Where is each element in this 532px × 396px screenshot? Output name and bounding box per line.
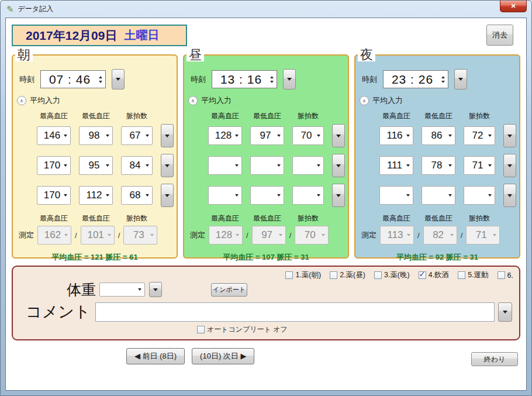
dia-combo[interactable]: 95	[79, 156, 113, 175]
row-dropdown-button[interactable]	[503, 184, 516, 207]
spin-down-icon[interactable]	[270, 81, 274, 83]
weight-dropdown-button[interactable]	[149, 282, 162, 297]
sys-combo[interactable]: 111	[379, 156, 413, 175]
time-input[interactable]: 07 : 46	[40, 70, 106, 88]
sys-combo[interactable]: 170	[37, 186, 71, 205]
sys-combo[interactable]	[208, 186, 242, 205]
sys-combo[interactable]: 116	[379, 126, 413, 145]
time-input[interactable]: 13 : 16	[212, 70, 277, 88]
spin-up-icon[interactable]	[270, 76, 274, 78]
prev-day-button[interactable]: ◀ 前日 (8日)	[126, 348, 185, 364]
dia-combo[interactable]	[250, 156, 284, 175]
dia-combo[interactable]: 86	[422, 126, 455, 145]
checkbox-med-morning[interactable]: ✓ 1.薬(朝)	[285, 270, 321, 280]
checkbox-box[interactable]: ✓	[330, 271, 337, 279]
sys-combo[interactable]: 170	[37, 156, 71, 175]
chevron-down-icon	[317, 135, 320, 137]
time-spinner[interactable]	[440, 76, 446, 83]
dia-combo[interactable]: 98	[79, 126, 113, 145]
checkbox-box[interactable]: ✓	[458, 271, 465, 279]
row-dropdown-button[interactable]	[503, 124, 516, 147]
comment-input[interactable]	[95, 302, 495, 322]
col-pulse-label: 脈拍数	[464, 214, 495, 223]
checkbox-box[interactable]: ✓	[197, 326, 205, 333]
time-input[interactable]: 23 : 26	[383, 70, 448, 88]
mean-bp-summary: 平均血圧 = 107 脈圧 = 31	[188, 252, 344, 263]
sys-combo[interactable]: 128	[208, 126, 242, 145]
chevron-down-icon	[108, 234, 111, 236]
close-button[interactable]: ✕	[500, 1, 527, 12]
pulse-combo[interactable]: 68	[121, 186, 153, 205]
pulse-combo[interactable]	[292, 156, 324, 175]
sys-combo[interactable]	[208, 156, 242, 175]
time-spinner[interactable]	[268, 76, 275, 83]
dia-combo[interactable]: 97	[250, 126, 284, 145]
checkbox-6[interactable]: ✓ 6.	[498, 271, 513, 280]
panel-morning-title: 朝	[15, 48, 33, 61]
checkbox-med-noon[interactable]: ✓ 2.薬(昼)	[330, 270, 365, 280]
row-dropdown-button[interactable]	[161, 184, 174, 207]
chevron-down-icon	[488, 164, 492, 167]
checkbox-box[interactable]: ✓	[374, 271, 382, 279]
next-day-button[interactable]: (10日) 次日 ▶	[192, 348, 254, 364]
chevron-down-icon	[106, 164, 109, 167]
pulse-combo[interactable]: 71	[464, 156, 495, 175]
app-window: ✎ データ記入 ✕ 2017年12月09日 土曜日 消去 朝 時刻 07 : 4…	[0, 0, 532, 396]
dia-combo[interactable]: 112	[79, 186, 113, 205]
time-label: 時刻	[191, 74, 206, 85]
avg-input-toggle[interactable]: ∧ 平均入力	[360, 95, 515, 106]
checkbox-alcohol[interactable]: ✓ 4.飲酒	[419, 270, 449, 280]
chevron-down-icon	[153, 288, 158, 291]
checkbox-box[interactable]: ✓	[285, 271, 293, 279]
dia-combo[interactable]	[422, 186, 455, 205]
weight-combo[interactable]	[99, 283, 145, 297]
pulse-combo[interactable]: 72	[464, 126, 495, 145]
measurement-row	[208, 184, 344, 207]
end-button[interactable]: 終わり	[471, 352, 518, 366]
time-dropdown-button[interactable]	[454, 69, 467, 89]
row-dropdown-button[interactable]	[503, 154, 516, 177]
chevron-down-icon	[488, 135, 492, 137]
time-spinner[interactable]	[97, 76, 103, 83]
checkbox-exercise[interactable]: ✓ 5.運動	[458, 270, 488, 280]
spin-up-icon[interactable]	[441, 76, 445, 78]
chevron-up-circle-icon[interactable]: ∧	[360, 96, 369, 105]
dia-combo[interactable]	[250, 186, 284, 205]
weekday-text: 土曜日	[124, 27, 159, 43]
col-pulse-label: 脈拍数	[292, 111, 324, 121]
pulse-combo[interactable]	[464, 186, 495, 205]
row-dropdown-button[interactable]	[332, 184, 345, 207]
chevron-up-circle-icon[interactable]: ∧	[17, 96, 26, 105]
spin-down-icon[interactable]	[441, 81, 445, 83]
spin-up-icon[interactable]	[99, 76, 102, 78]
row-dropdown-button[interactable]	[332, 124, 345, 147]
checkbox-box[interactable]: ✓	[498, 271, 505, 279]
checkbox-box[interactable]: ✓	[419, 271, 426, 279]
time-dropdown-button[interactable]	[112, 69, 125, 89]
avg-input-toggle[interactable]: ∧ 平均入力	[17, 95, 172, 106]
pulse-combo[interactable]: 67	[121, 126, 153, 145]
autocomplete-checkbox[interactable]: ✓ オートコンプリート オフ	[197, 325, 288, 335]
row-dropdown-button[interactable]	[161, 124, 174, 147]
panel-night: 夜 時刻 23 : 26 ∧ 平均入力	[354, 48, 520, 259]
clear-button[interactable]: 消去	[486, 25, 513, 46]
measured-dia: 101	[81, 226, 115, 245]
row-dropdown-button[interactable]	[332, 154, 345, 177]
spin-down-icon[interactable]	[99, 81, 102, 83]
time-value: 23 : 26	[385, 73, 440, 87]
pulse-combo[interactable]: 84	[121, 156, 153, 175]
avg-input-toggle[interactable]: ∧ 平均入力	[188, 95, 344, 106]
time-dropdown-button[interactable]	[283, 69, 296, 89]
pulse-combo[interactable]: 70	[292, 126, 324, 145]
import-button[interactable]: インポート	[211, 283, 247, 297]
dia-combo[interactable]: 78	[422, 156, 455, 175]
comment-dropdown-button[interactable]	[498, 302, 512, 322]
chevron-up-circle-icon[interactable]: ∧	[188, 96, 198, 105]
row-dropdown-button[interactable]	[161, 154, 174, 177]
col-pulse-label: 脈拍数	[292, 214, 324, 223]
chevron-down-icon	[106, 194, 109, 197]
sys-combo[interactable]	[379, 186, 413, 205]
checkbox-med-evening[interactable]: ✓ 3.薬(晩)	[374, 270, 410, 280]
sys-combo[interactable]: 146	[37, 126, 71, 145]
pulse-combo[interactable]	[292, 186, 324, 205]
